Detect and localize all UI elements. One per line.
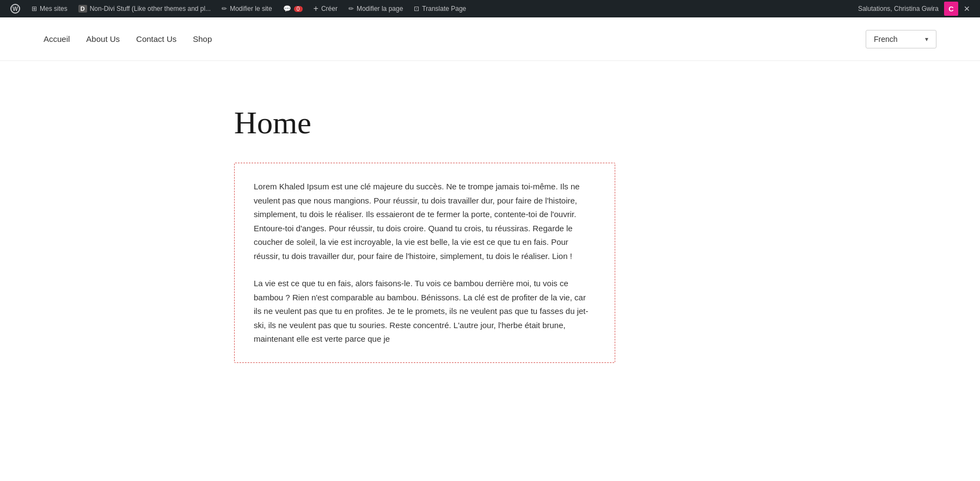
nav-contact-us[interactable]: Contact Us xyxy=(136,34,176,44)
translate-icon: ⊡ xyxy=(414,5,419,13)
wordpress-icon: W xyxy=(10,3,21,14)
main-content: Home Lorem Khaled Ipsum est une clé maje… xyxy=(0,61,980,396)
greeting-text: Salutations, Christina Gwira xyxy=(853,5,944,13)
language-selector[interactable]: French ▾ xyxy=(866,30,936,48)
language-current: French xyxy=(874,35,898,44)
page-title: Home xyxy=(234,104,936,141)
admin-creer[interactable]: + Créer xyxy=(308,0,343,17)
admin-wp-logo[interactable]: W xyxy=(4,0,26,17)
edit-site-icon: ✏ xyxy=(222,5,227,13)
admin-modifier-site[interactable]: ✏ Modifier le site xyxy=(216,0,277,17)
paragraph-2: La vie est ce que tu en fais, alors fais… xyxy=(254,276,596,346)
chevron-down-icon: ▾ xyxy=(925,35,928,43)
plus-create-icon: + xyxy=(314,4,318,14)
nav-about-us[interactable]: About Us xyxy=(86,34,120,44)
nav-accueil[interactable]: Accueil xyxy=(44,34,70,44)
admin-translate[interactable]: ⊡ Translate Page xyxy=(408,0,471,17)
nav-shop[interactable]: Shop xyxy=(193,34,212,44)
comment-count: 0 xyxy=(294,6,303,12)
user-avatar[interactable]: C xyxy=(944,2,958,16)
admin-non-divi[interactable]: D Non-Divi Stuff (Like other themes and … xyxy=(73,0,217,17)
admin-bar-right: Salutations, Christina Gwira C ✕ xyxy=(853,2,976,16)
content-box: Lorem Khaled Ipsum est une clé majeure d… xyxy=(234,163,615,363)
admin-mes-sites[interactable]: ⊞ Mes sites xyxy=(26,0,73,17)
site-header: Accueil About Us Contact Us Shop French … xyxy=(0,17,980,61)
close-admin-bar[interactable]: ✕ xyxy=(958,4,976,13)
edit-page-icon: ✏ xyxy=(348,5,354,13)
admin-modifier-page[interactable]: ✏ Modifier la page xyxy=(343,0,408,17)
comment-icon: 💬 xyxy=(283,5,291,13)
main-nav: Accueil About Us Contact Us Shop xyxy=(44,34,212,44)
admin-comments[interactable]: 💬 0 xyxy=(278,0,308,17)
sites-icon: ⊞ xyxy=(32,5,37,13)
admin-bar: W ⊞ Mes sites D Non-Divi Stuff (Like oth… xyxy=(0,0,980,17)
paragraph-1: Lorem Khaled Ipsum est une clé majeure d… xyxy=(254,180,596,263)
divi-icon: D xyxy=(78,5,87,13)
